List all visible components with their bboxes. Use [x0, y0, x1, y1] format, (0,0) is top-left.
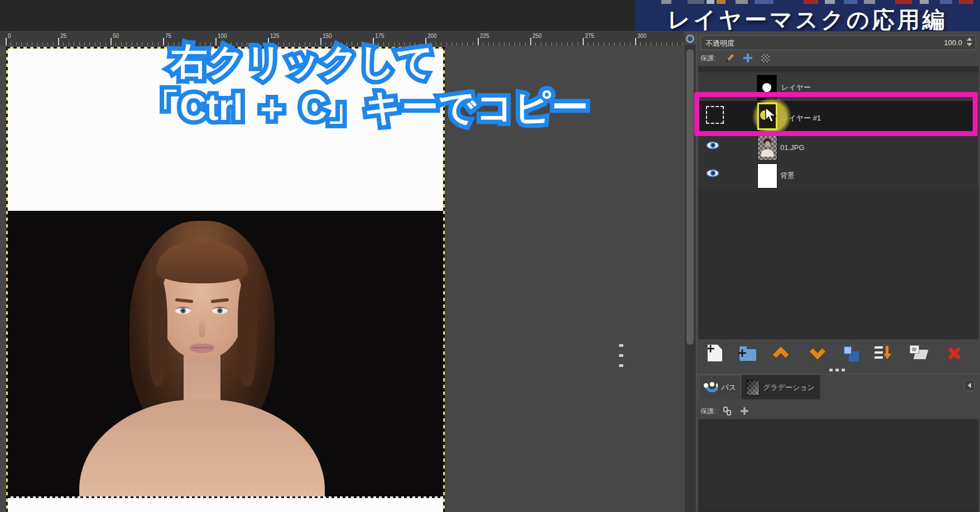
- lower-layer-button[interactable]: [805, 341, 827, 365]
- tab-paths-label: パス: [721, 383, 736, 393]
- collapse-panel-button[interactable]: [964, 380, 974, 391]
- visibility-eye-icon[interactable]: [706, 169, 719, 177]
- layer-name: 背景: [780, 171, 795, 181]
- duplicate-layer-button[interactable]: [839, 341, 862, 365]
- new-group-icon: ＋: [739, 349, 756, 361]
- thumb-torso: [761, 149, 774, 157]
- layer-row-selected[interactable]: レイヤー #1: [699, 101, 978, 133]
- opacity-spinner[interactable]: [967, 37, 973, 49]
- dock-splitter-handle[interactable]: [619, 344, 624, 374]
- paths-lock-label: 保護:: [700, 407, 715, 416]
- anchor-layer-icon: [910, 345, 928, 361]
- layer-thumbnail-circle[interactable]: [757, 75, 777, 100]
- duplicate-layer-icon: [842, 345, 859, 361]
- portrait-nose: [199, 314, 205, 337]
- spinner-down-icon[interactable]: [967, 43, 972, 46]
- portrait-eye: [175, 307, 191, 314]
- banner-title: レイヤーマスクの応用編: [635, 4, 980, 35]
- thumb-face: [765, 141, 770, 147]
- layer-row-photo[interactable]: 01.JPG: [699, 134, 978, 162]
- tab-paths[interactable]: パス: [699, 375, 741, 399]
- new-layer-button[interactable]: ＋: [704, 341, 726, 365]
- opacity-slider[interactable]: 不透明度 100.0: [700, 35, 976, 50]
- spinner-up-icon[interactable]: [967, 37, 972, 41]
- portrait-hair-strand: [238, 278, 257, 387]
- layer-name: レイヤー: [781, 83, 811, 93]
- lock-strokes-button[interactable]: [723, 407, 732, 416]
- opacity-label: 不透明度: [705, 38, 734, 49]
- chevron-up-icon: [773, 347, 789, 363]
- portrait-photo: [8, 211, 443, 498]
- tab-gradients-label: グラデーション: [763, 383, 815, 393]
- layer-row-mask-source[interactable]: レイヤー: [699, 73, 978, 101]
- delete-x-icon: [947, 345, 962, 361]
- portrait-shoulders: [79, 399, 325, 498]
- selection-marching-ants: [8, 496, 443, 498]
- vertical-scrollbar-thumb[interactable]: [686, 49, 694, 345]
- delete-layer-button[interactable]: [943, 341, 965, 365]
- paintbrush-icon: [724, 53, 734, 63]
- portrait-hair-strand: [148, 278, 167, 387]
- opacity-value: 100.0: [944, 38, 962, 47]
- panel-resize-handle[interactable]: [829, 369, 845, 371]
- zoom-follow-window-toggle[interactable]: [686, 35, 694, 43]
- portrait-eye: [212, 307, 228, 314]
- new-layer-icon: ＋: [708, 345, 722, 361]
- titlebar-area: [0, 0, 635, 31]
- lock-path-position-button[interactable]: [741, 407, 749, 415]
- paths-lock-row: 保護:: [700, 405, 749, 417]
- caption-line2: 「Ctrl ＋ C」キーでコピー 「Ctrl ＋ C」キーでコピー: [143, 87, 588, 128]
- mouse-cursor-icon: [765, 107, 778, 125]
- vertical-scrollbar[interactable]: [685, 45, 696, 512]
- layer-row-background[interactable]: 背景: [699, 162, 978, 189]
- anchor-layer-button[interactable]: [907, 341, 930, 365]
- merge-down-icon: [875, 345, 892, 361]
- merge-down-button[interactable]: [872, 341, 895, 365]
- lock-position-button[interactable]: [743, 54, 752, 62]
- gradients-icon: [746, 380, 760, 395]
- paths-list-empty: [699, 419, 978, 512]
- tab-gradients[interactable]: グラデーション: [741, 375, 820, 399]
- layer-lock-row: 保護:: [700, 51, 770, 65]
- white-circle-graphic: [762, 83, 771, 92]
- portrait-bangs: [156, 242, 248, 283]
- visibility-eye-icon[interactable]: [706, 141, 719, 149]
- caption-line2-text: 「Ctrl ＋ C」キーでコピー: [143, 87, 588, 128]
- gimp-window: レイヤーマスクの応用編 0255075100125150175200225250…: [0, 0, 980, 512]
- caption-line1-text: 右クリックして: [171, 41, 434, 82]
- caption-line1: 右クリックして 右クリックして: [171, 41, 434, 82]
- portrait-lips: [190, 344, 214, 353]
- paths-icon: [704, 381, 718, 394]
- video-title-banner: レイヤーマスクの応用編: [635, 0, 980, 31]
- chevron-down-icon: [810, 344, 825, 359]
- layer-thumbnail-photo[interactable]: [757, 136, 777, 161]
- lock-pixels-button[interactable]: [724, 53, 734, 63]
- new-layer-group-button[interactable]: ＋: [737, 341, 759, 365]
- visibility-toggle-placeholder[interactable]: [706, 106, 724, 124]
- lock-label: 保護:: [700, 54, 715, 63]
- raise-layer-button[interactable]: [771, 341, 794, 365]
- lock-alpha-button[interactable]: [761, 54, 770, 62]
- layer-name: 01.JPG: [780, 143, 804, 152]
- tabline-divider: [696, 374, 980, 374]
- layer-thumbnail-background[interactable]: [757, 163, 777, 189]
